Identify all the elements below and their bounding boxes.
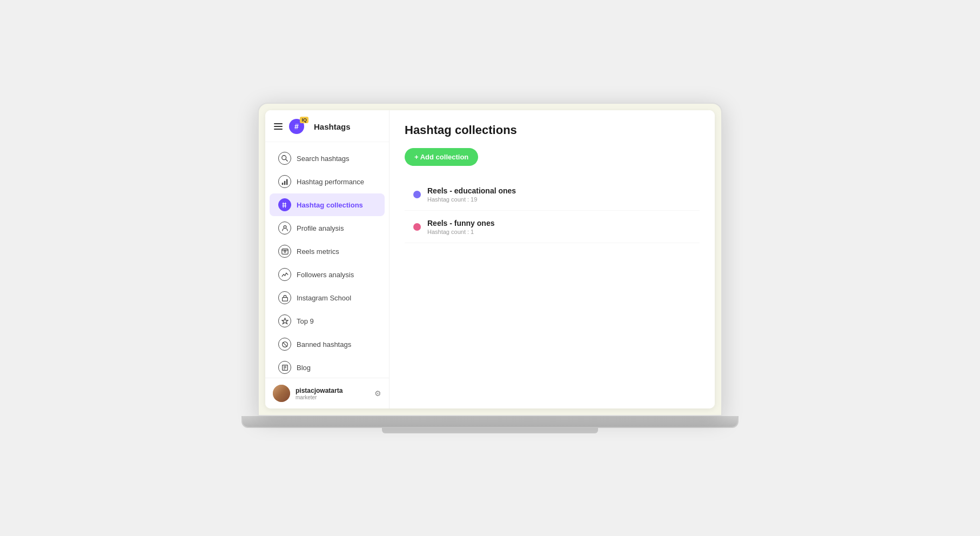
svg-line-1 xyxy=(286,159,287,161)
sidebar-item-profile-analysis[interactable]: Profile analysis xyxy=(270,217,385,239)
followers-icon xyxy=(278,268,291,281)
reels-icon xyxy=(278,245,291,258)
collection-list: Reels - educational ones Hashtag count :… xyxy=(405,179,700,243)
sidebar-item-reels-metrics[interactable]: Reels metrics xyxy=(270,240,385,263)
svg-rect-3 xyxy=(284,180,285,184)
user-role: marketer xyxy=(296,394,369,400)
nav-label-reels-metrics: Reels metrics xyxy=(297,247,339,256)
sidebar-item-followers-analysis[interactable]: Followers analysis xyxy=(270,263,385,286)
settings-icon[interactable]: ⚙ xyxy=(374,389,381,398)
nav-label-hashtag-collections: Hashtag collections xyxy=(297,201,363,209)
school-icon xyxy=(278,291,291,304)
star-icon xyxy=(278,314,291,327)
svg-marker-14 xyxy=(281,318,287,324)
search-icon xyxy=(278,152,291,165)
main-content: Hashtag collections + Add collection Ree… xyxy=(390,110,715,408)
collection-item-1[interactable]: Reels - funny ones Hashtag count : 1 xyxy=(405,211,700,243)
svg-point-11 xyxy=(284,250,285,252)
sidebar: # IQ Hashtags Search hashtags Hashtag pe… xyxy=(265,110,390,408)
collection-name-1: Reels - funny ones xyxy=(427,219,494,227)
sidebar-header: # IQ Hashtags xyxy=(265,110,389,142)
nav-label-profile-analysis: Profile analysis xyxy=(297,224,344,232)
nav-label-banned-hashtags: Banned hashtags xyxy=(297,340,351,349)
svg-rect-2 xyxy=(281,183,283,185)
nav-label-followers-analysis: Followers analysis xyxy=(297,271,354,279)
sidebar-item-banned-hashtags[interactable]: Banned hashtags xyxy=(270,333,385,356)
collection-details-1: Reels - funny ones Hashtag count : 1 xyxy=(427,219,494,235)
laptop-base xyxy=(241,416,739,428)
sidebar-item-hashtag-performance[interactable]: Hashtag performance xyxy=(270,170,385,193)
page-title: Hashtag collections xyxy=(405,123,700,137)
profile-icon xyxy=(278,222,291,234)
collection-item-0[interactable]: Reels - educational ones Hashtag count :… xyxy=(405,179,700,211)
nav-label-instagram-school: Instagram School xyxy=(297,294,351,302)
banned-icon xyxy=(278,338,291,351)
collection-name-0: Reels - educational ones xyxy=(427,186,516,195)
avatar xyxy=(273,385,290,402)
svg-rect-4 xyxy=(286,179,287,185)
svg-line-16 xyxy=(283,342,287,346)
collection-dot-0 xyxy=(413,191,421,198)
sidebar-footer: pistacjowatarta marketer ⚙ xyxy=(265,378,389,408)
user-name: pistacjowatarta xyxy=(296,387,369,394)
sidebar-nav: Search hashtags Hashtag performance Hash… xyxy=(265,142,389,378)
logo-text: Hashtags xyxy=(314,122,351,131)
svg-rect-10 xyxy=(281,249,287,254)
chart-icon xyxy=(278,175,291,188)
add-collection-button[interactable]: + Add collection xyxy=(405,148,478,166)
user-info: pistacjowatarta marketer xyxy=(296,387,369,400)
blog-icon xyxy=(278,361,291,374)
collection-count-0: Hashtag count : 19 xyxy=(427,196,516,203)
logo: # IQ Hashtags xyxy=(289,119,351,134)
nav-label-top-9: Top 9 xyxy=(297,317,314,325)
sidebar-item-top-9[interactable]: Top 9 xyxy=(270,310,385,332)
laptop-bottom-bar xyxy=(382,428,598,433)
svg-point-9 xyxy=(284,225,286,228)
svg-rect-13 xyxy=(282,297,287,301)
nav-label-blog: Blog xyxy=(297,364,311,372)
svg-point-0 xyxy=(282,156,286,160)
collections-icon xyxy=(278,198,291,211)
sidebar-item-search-hashtags[interactable]: Search hashtags xyxy=(270,147,385,170)
sidebar-item-blog[interactable]: Blog xyxy=(270,356,385,378)
collection-count-1: Hashtag count : 1 xyxy=(427,229,494,235)
collection-details-0: Reels - educational ones Hashtag count :… xyxy=(427,186,516,203)
sidebar-item-hashtag-collections[interactable]: Hashtag collections xyxy=(270,193,385,216)
nav-label-search-hashtags: Search hashtags xyxy=(297,155,350,163)
logo-iq-badge: IQ xyxy=(300,117,308,123)
sidebar-item-instagram-school[interactable]: Instagram School xyxy=(270,286,385,309)
nav-label-hashtag-performance: Hashtag performance xyxy=(297,178,364,186)
menu-button[interactable] xyxy=(273,122,284,131)
collection-dot-1 xyxy=(413,223,421,231)
